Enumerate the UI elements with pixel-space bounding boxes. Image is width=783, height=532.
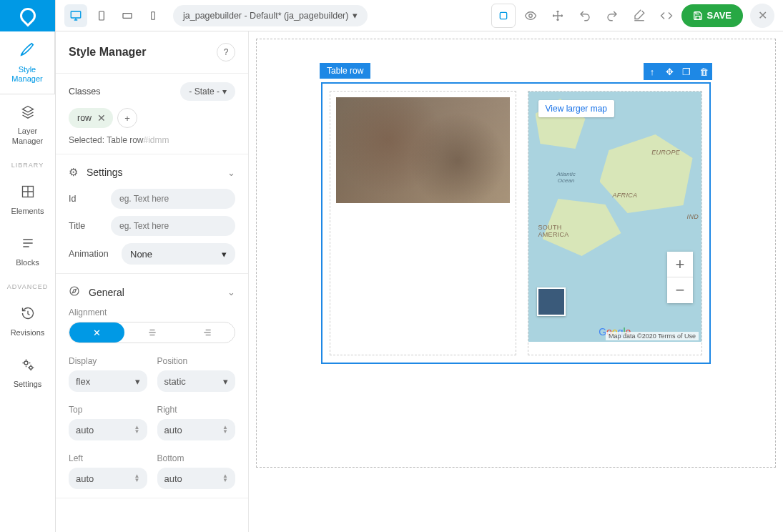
select-mode-button[interactable] bbox=[491, 4, 516, 28]
rail-settings[interactable]: Settings bbox=[0, 348, 55, 399]
redo-button[interactable] bbox=[600, 4, 624, 28]
page-selector[interactable]: ja_pagebuilder - Default* (ja_pagebuilde… bbox=[173, 5, 368, 26]
svg-point-1 bbox=[24, 361, 28, 365]
selection-label: Table row bbox=[320, 63, 370, 79]
svg-rect-6 bbox=[152, 11, 155, 19]
save-button[interactable]: SAVE bbox=[681, 4, 743, 27]
title-input[interactable] bbox=[111, 216, 235, 236]
class-chip-row[interactable]: row ✕ bbox=[69, 108, 113, 128]
caret-down-icon: ▾ bbox=[222, 87, 227, 97]
save-icon bbox=[693, 11, 703, 21]
table-row[interactable]: EUROPE AFRICA SOUTH AMERICA Atlantic Oce… bbox=[321, 82, 711, 364]
map-label-atlantic: Atlantic Ocean bbox=[557, 172, 576, 184]
display-select[interactable]: flex▾ bbox=[69, 370, 147, 392]
toolbar-delete-button[interactable]: 🗑 bbox=[695, 63, 712, 80]
preview-button[interactable] bbox=[518, 4, 543, 28]
stepper-arrows-icon: ▲▼ bbox=[222, 425, 228, 434]
general-section-toggle[interactable]: General ⌄ bbox=[69, 282, 235, 302]
stepper-arrows-icon: ▲▼ bbox=[222, 474, 228, 483]
chip-remove-icon[interactable]: ✕ bbox=[96, 112, 107, 124]
history-icon bbox=[21, 306, 35, 324]
id-label: Id bbox=[69, 194, 104, 204]
column-image[interactable] bbox=[330, 91, 516, 355]
chevron-down-icon: ⌄ bbox=[227, 167, 235, 178]
align-center[interactable] bbox=[124, 322, 179, 343]
gear-icon: ⚙ bbox=[69, 166, 78, 179]
rail-advanced-divider: ADVANCED bbox=[0, 277, 55, 296]
cogs-icon bbox=[21, 358, 35, 375]
canvas-page[interactable]: Table row ↑ ✥ ❐ 🗑 bbox=[256, 39, 776, 468]
erase-button[interactable] bbox=[627, 4, 651, 28]
device-mobile[interactable] bbox=[142, 4, 164, 27]
bottom-label: Bottom bbox=[157, 453, 236, 463]
close-button[interactable]: ✕ bbox=[750, 4, 774, 28]
id-input[interactable] bbox=[111, 189, 235, 209]
rail-revisions[interactable]: Revisions bbox=[0, 296, 55, 348]
image-placeholder bbox=[336, 97, 510, 203]
right-input[interactable]: auto ▲▼ bbox=[157, 419, 236, 440]
caret-down-icon: ▾ bbox=[353, 10, 358, 21]
device-tablet-portrait[interactable] bbox=[90, 4, 113, 27]
column-map[interactable]: EUROPE AFRICA SOUTH AMERICA Atlantic Oce… bbox=[528, 91, 703, 355]
blocks-icon bbox=[21, 236, 35, 254]
rail-blocks[interactable]: Blocks bbox=[0, 226, 55, 277]
page-selector-label: ja_pagebuilder - Default* (ja_pagebuilde… bbox=[183, 11, 348, 21]
caret-down-icon: ▾ bbox=[223, 376, 228, 387]
classes-label: Classes bbox=[69, 87, 100, 97]
toolbar-move-button[interactable]: ✥ bbox=[661, 63, 678, 80]
state-selector[interactable]: - State -▾ bbox=[180, 82, 235, 101]
code-button[interactable] bbox=[654, 4, 679, 28]
svg-point-2 bbox=[29, 366, 32, 369]
svg-rect-7 bbox=[500, 12, 506, 19]
selection-toolbar: ↑ ✥ ❐ 🗑 bbox=[644, 63, 712, 80]
map-label-ind: IND bbox=[687, 213, 699, 220]
stepper-arrows-icon: ▲▼ bbox=[134, 425, 140, 434]
svg-rect-5 bbox=[123, 13, 132, 18]
map-zoom-in[interactable]: + bbox=[667, 252, 693, 277]
toolbar-up-button[interactable]: ↑ bbox=[644, 63, 661, 80]
layers-icon bbox=[21, 104, 35, 122]
brush-icon bbox=[19, 41, 35, 61]
caret-down-icon: ▾ bbox=[135, 376, 140, 387]
move-button[interactable] bbox=[546, 4, 570, 28]
stepper-arrows-icon: ▲▼ bbox=[134, 474, 140, 483]
bottom-input[interactable]: auto ▲▼ bbox=[157, 468, 236, 489]
svg-rect-3 bbox=[71, 11, 81, 18]
caret-down-icon: ▾ bbox=[222, 249, 227, 260]
settings-section-toggle[interactable]: ⚙ Settings ⌄ bbox=[69, 163, 235, 182]
svg-point-9 bbox=[70, 287, 79, 295]
chevron-down-icon: ⌄ bbox=[227, 287, 235, 297]
rail-style-manager[interactable]: Style Manager bbox=[0, 31, 55, 94]
panel-title: Style Manager bbox=[69, 46, 146, 59]
map-label-africa: AFRICA bbox=[613, 192, 638, 199]
animation-label: Animation bbox=[69, 249, 114, 259]
map-embed[interactable]: EUROPE AFRICA SOUTH AMERICA Atlantic Oce… bbox=[528, 92, 702, 342]
view-larger-map-link[interactable]: View larger map bbox=[538, 100, 614, 117]
map-zoom-out[interactable]: − bbox=[667, 277, 693, 303]
undo-button[interactable] bbox=[573, 4, 597, 28]
map-pegman[interactable] bbox=[537, 287, 566, 316]
display-label: Display bbox=[69, 356, 147, 366]
title-label: Title bbox=[69, 221, 104, 231]
help-button[interactable]: ? bbox=[217, 43, 235, 61]
map-label-europe: EUROPE bbox=[651, 149, 680, 156]
rail-layer-manager[interactable]: Layer Manager bbox=[0, 94, 55, 155]
top-input[interactable]: auto ▲▼ bbox=[69, 419, 147, 440]
add-class-button[interactable]: + bbox=[117, 108, 137, 128]
position-select[interactable]: static▾ bbox=[157, 370, 236, 392]
align-right[interactable] bbox=[179, 322, 235, 343]
device-desktop[interactable] bbox=[64, 4, 87, 27]
animation-select[interactable]: None▾ bbox=[122, 243, 235, 265]
map-label-south-america: SOUTH AMERICA bbox=[538, 224, 569, 238]
align-none[interactable]: ✕ bbox=[69, 322, 124, 343]
device-tablet-landscape[interactable] bbox=[116, 4, 139, 27]
map-attribution[interactable]: Map data ©2020 Terms of Use bbox=[606, 332, 699, 340]
rail-library-divider: LIBRARY bbox=[0, 156, 55, 174]
rail-elements[interactable]: Elements bbox=[0, 174, 55, 226]
svg-rect-4 bbox=[99, 11, 104, 20]
toolbar-copy-button[interactable]: ❐ bbox=[678, 63, 695, 80]
svg-point-8 bbox=[528, 14, 532, 17]
alignment-label: Alignment bbox=[69, 307, 235, 317]
compass-icon bbox=[69, 285, 80, 299]
left-input[interactable]: auto ▲▼ bbox=[69, 468, 147, 489]
